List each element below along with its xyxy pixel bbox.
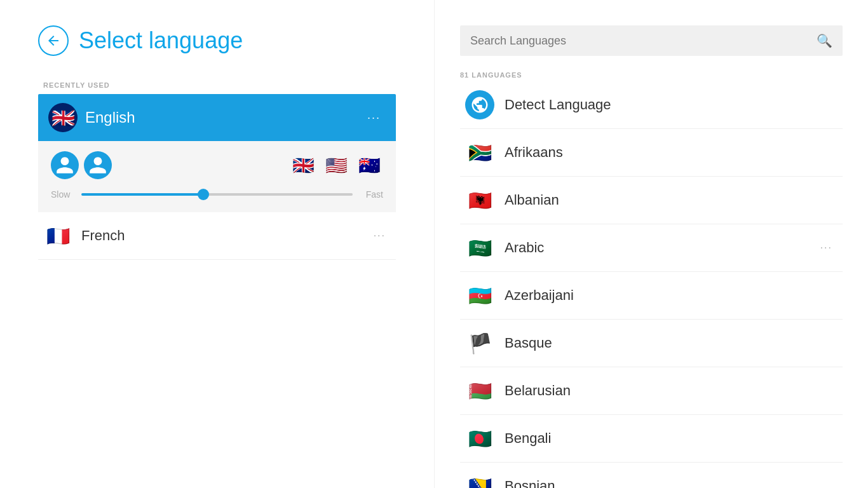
flag-sq: 🇦🇱 xyxy=(465,186,494,215)
lang-name-az: Azerbaijani xyxy=(505,287,837,304)
recently-used-label: RECENTLY USED xyxy=(38,81,396,89)
language-list: Detect Language 🇿🇦 Afrikaans 🇦🇱 Albanian… xyxy=(460,81,843,488)
uk-flag[interactable]: 🇬🇧 xyxy=(289,151,317,179)
lang-more-btn-ar[interactable]: ··· xyxy=(815,240,837,256)
lang-item-ar[interactable]: 🇸🇦 Arabic ··· xyxy=(460,224,843,272)
lang-item-sq[interactable]: 🇦🇱 Albanian xyxy=(460,177,843,224)
english-more-button[interactable]: ··· xyxy=(362,109,386,127)
french-language-item[interactable]: 🇫🇷 French ··· xyxy=(38,212,396,260)
lang-item-af[interactable]: 🇿🇦 Afrikaans xyxy=(460,129,843,177)
lang-name-ar: Arabic xyxy=(505,240,805,256)
voice-avatars xyxy=(51,151,112,179)
person-1-icon xyxy=(55,155,75,175)
english-selected-item[interactable]: 🇬🇧 English ··· xyxy=(38,94,396,212)
lang-item-az[interactable]: 🇦🇿 Azerbaijani xyxy=(460,272,843,320)
flag-az: 🇦🇿 xyxy=(465,281,494,310)
flag-eu: 🏴 xyxy=(465,329,494,358)
region-flags: 🇬🇧 🇺🇸 🇦🇺 xyxy=(289,151,383,179)
lang-item-detect[interactable]: Detect Language xyxy=(460,81,843,129)
french-more-button[interactable]: ··· xyxy=(369,227,391,244)
globe-icon xyxy=(465,90,494,119)
recently-used-section: RECENTLY USED 🇬🇧 English ··· xyxy=(38,81,396,260)
detect-language-name: Detect Language xyxy=(505,97,837,113)
fast-label: Fast xyxy=(360,189,383,200)
lang-item-bn[interactable]: 🇧🇩 Bengali xyxy=(460,415,843,463)
slider-thumb xyxy=(198,189,209,200)
lang-item-be[interactable]: 🇧🇾 Belarusian xyxy=(460,367,843,415)
english-expanded-panel: 🇬🇧 🇺🇸 🇦🇺 Slow Fast xyxy=(38,141,396,212)
flag-af: 🇿🇦 xyxy=(465,138,494,167)
flag-be: 🇧🇾 xyxy=(465,376,494,405)
globe-svg xyxy=(470,95,489,114)
english-header: 🇬🇧 English ··· xyxy=(38,94,396,141)
avatar-row: 🇬🇧 🇺🇸 🇦🇺 xyxy=(51,151,383,179)
flag-bs: 🇧🇦 xyxy=(465,471,494,488)
us-flag[interactable]: 🇺🇸 xyxy=(322,151,350,179)
lang-name-sq: Albanian xyxy=(505,192,837,208)
speed-slider[interactable] xyxy=(81,193,353,196)
search-input[interactable] xyxy=(470,34,810,48)
lang-name-bs: Bosnian xyxy=(505,478,837,488)
french-name: French xyxy=(81,227,360,244)
person-2-icon xyxy=(88,155,108,175)
voice-1-avatar[interactable] xyxy=(51,151,79,179)
lang-name-bn: Bengali xyxy=(505,430,837,447)
lang-item-eu[interactable]: 🏴 Basque xyxy=(460,320,843,367)
english-name: English xyxy=(85,109,355,126)
voice-2-avatar[interactable] xyxy=(84,151,112,179)
lang-item-bs[interactable]: 🇧🇦 Bosnian xyxy=(460,463,843,488)
back-arrow-icon xyxy=(46,33,61,48)
right-panel: 🔍 81 LANGUAGES Detect Language 🇿🇦 Afrika… xyxy=(434,0,868,488)
search-bar: 🔍 xyxy=(460,25,843,56)
page-title: Select language xyxy=(79,27,243,54)
back-button[interactable] xyxy=(38,25,69,56)
french-flag: 🇫🇷 xyxy=(43,221,72,250)
search-icon: 🔍 xyxy=(817,33,832,48)
lang-name-af: Afrikaans xyxy=(505,144,837,161)
slow-label: Slow xyxy=(51,189,74,200)
page-header: Select language xyxy=(38,25,396,56)
flag-ar: 🇸🇦 xyxy=(465,233,494,262)
au-flag[interactable]: 🇦🇺 xyxy=(355,151,383,179)
english-flag: 🇬🇧 xyxy=(48,103,78,132)
lang-name-eu: Basque xyxy=(505,335,837,351)
lang-name-be: Belarusian xyxy=(505,383,837,399)
left-panel: Select language RECENTLY USED 🇬🇧 English… xyxy=(0,0,434,488)
speed-row: Slow Fast xyxy=(51,189,383,200)
languages-count-label: 81 LANGUAGES xyxy=(460,71,843,79)
flag-bn: 🇧🇩 xyxy=(465,424,494,453)
